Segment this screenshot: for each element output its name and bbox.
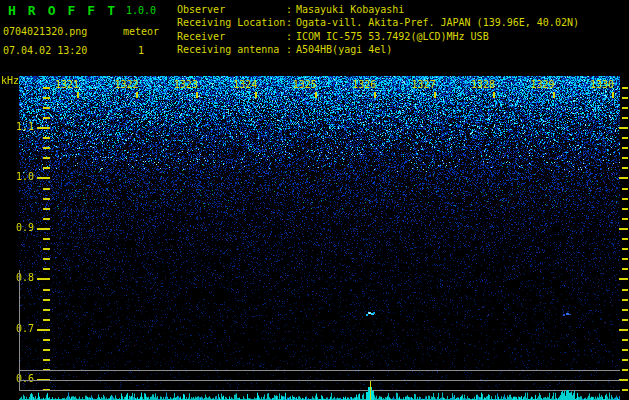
station-info-row: Observer:Masayuki Kobayashi — [177, 3, 579, 16]
mode-label: meteor — [123, 26, 159, 37]
y-minor-tick — [43, 188, 50, 190]
x-tick-label: 1329 — [530, 79, 556, 90]
station-info-colon: : — [286, 30, 296, 43]
y-minor-tick — [43, 349, 50, 351]
x-minute-tick — [196, 92, 198, 98]
y-minor-tick — [43, 248, 50, 250]
station-info-row: Receiving Location:Ogata-vill. Akita-Pre… — [177, 16, 579, 29]
station-info-row: Receiving antenna:A504HB(yagi 4el) — [177, 43, 579, 56]
y-major-tick — [37, 127, 50, 129]
y-minor-tick — [43, 137, 50, 139]
y-major-tick — [37, 228, 50, 230]
signal-level-trace-canvas — [19, 378, 621, 400]
station-info-label: Receiving antenna — [177, 43, 286, 56]
x-tick-label: 1328 — [470, 79, 496, 90]
y-minor-tick-right — [622, 218, 628, 220]
y-minor-tick-right — [622, 389, 628, 391]
y-major-tick-right — [619, 278, 628, 280]
y-minor-tick-right — [622, 369, 628, 371]
y-major-tick-right — [619, 127, 628, 129]
y-minor-tick-right — [622, 359, 628, 361]
station-info-block: Observer:Masayuki KobayashiReceiving Loc… — [177, 3, 579, 57]
y-minor-tick-right — [622, 268, 628, 270]
y-minor-tick — [43, 208, 50, 210]
y-minor-tick-right — [622, 157, 628, 159]
x-tick-label: 1327 — [411, 79, 437, 90]
x-tick-label: 1325 — [292, 79, 318, 90]
y-minor-tick-right — [622, 238, 628, 240]
y-minor-tick-right — [622, 117, 628, 119]
y-minor-tick-right — [622, 208, 628, 210]
y-minor-tick — [43, 238, 50, 240]
y-major-tick — [37, 177, 50, 179]
station-info-value: Ogata-vill. Akita-Pref. JAPAN (139.96E, … — [296, 17, 579, 28]
y-minor-tick — [43, 289, 50, 291]
y-tick-label: 1.0 — [8, 171, 34, 182]
station-info-value: Masayuki Kobayashi — [296, 4, 404, 15]
x-minute-tick — [315, 92, 317, 98]
y-minor-tick — [43, 319, 50, 321]
y-minor-tick — [43, 198, 50, 200]
x-minute-tick — [374, 92, 376, 98]
y-minor-tick-right — [622, 258, 628, 260]
output-filename: 0704021320.png — [3, 26, 87, 37]
station-info-row: Receiver:ICOM IC-575 53.7492(@LCD)MHz US… — [177, 30, 579, 43]
y-minor-tick-right — [622, 309, 628, 311]
y-minor-tick-right — [622, 137, 628, 139]
left-plot-border — [19, 270, 20, 391]
y-minor-tick-right — [622, 248, 628, 250]
y-minor-tick-right — [622, 319, 628, 321]
y-minor-tick — [43, 359, 50, 361]
station-info-label: Observer — [177, 3, 286, 16]
y-axis-unit-label: kHz — [1, 75, 19, 86]
x-minute-tick — [77, 92, 79, 98]
x-tick-label: 1326 — [351, 79, 377, 90]
y-minor-tick-right — [622, 107, 628, 109]
y-minor-tick-right — [622, 97, 628, 99]
y-minor-tick — [43, 157, 50, 159]
y-minor-tick-right — [622, 289, 628, 291]
x-minute-tick — [612, 92, 614, 98]
x-minute-tick — [493, 92, 495, 98]
x-minute-tick — [255, 92, 257, 98]
y-tick-label: 0.9 — [8, 222, 34, 233]
app-title: HROFFT — [8, 3, 127, 18]
x-tick-label: 1321 — [54, 79, 80, 90]
y-major-tick — [37, 329, 50, 331]
y-minor-tick — [43, 107, 50, 109]
y-minor-tick — [43, 167, 50, 169]
y-minor-tick-right — [622, 167, 628, 169]
x-tick-label: 1323 — [173, 79, 199, 90]
level-reference-line — [19, 370, 620, 371]
station-info-label: Receiving Location — [177, 16, 286, 29]
station-info-colon: : — [286, 3, 296, 16]
y-minor-tick — [43, 218, 50, 220]
datetime-label: 07.04.02 13:20 — [3, 45, 87, 56]
x-minute-tick — [434, 92, 436, 98]
y-tick-label: 1.1 — [8, 121, 34, 132]
y-minor-tick-right — [622, 299, 628, 301]
y-tick-label: 0.7 — [8, 323, 34, 334]
x-tick-label: 1322 — [113, 79, 139, 90]
y-minor-tick — [43, 97, 50, 99]
x-minute-tick — [553, 92, 555, 98]
hrofft-screen: HROFFT 1.0.0 0704021320.png meteor 07.04… — [0, 0, 629, 400]
x-tick-label: 1324 — [232, 79, 258, 90]
y-minor-tick-right — [622, 349, 628, 351]
y-minor-tick — [43, 299, 50, 301]
y-minor-tick — [43, 339, 50, 341]
y-minor-tick — [43, 309, 50, 311]
y-minor-tick-right — [622, 87, 628, 89]
y-minor-tick-right — [622, 147, 628, 149]
y-major-tick-right — [619, 177, 628, 179]
meteor-count: 1 — [138, 45, 144, 56]
app-version: 1.0.0 — [126, 5, 156, 16]
y-minor-tick — [43, 87, 50, 89]
x-tick-label: 1330 — [589, 79, 615, 90]
station-info-label: Receiver — [177, 30, 286, 43]
x-minute-tick — [136, 92, 138, 98]
station-info-value: A504HB(yagi 4el) — [296, 44, 392, 55]
station-info-colon: : — [286, 43, 296, 56]
y-major-tick-right — [619, 228, 628, 230]
y-minor-tick — [43, 147, 50, 149]
